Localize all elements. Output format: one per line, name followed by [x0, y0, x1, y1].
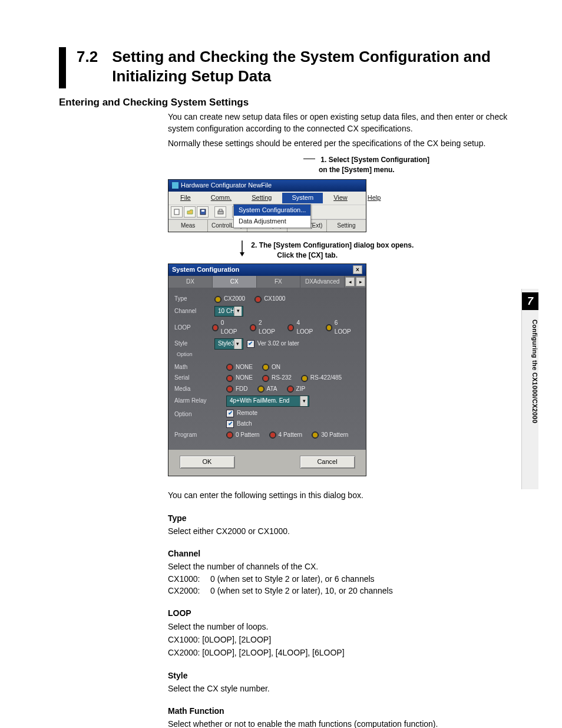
radio-math-on[interactable]: ON [262, 363, 280, 372]
lbl-serial: Serial [174, 374, 211, 383]
lbl-loop: LOOP [174, 324, 209, 332]
tb-print-icon[interactable] [214, 206, 226, 218]
dlg-tab-fx[interactable]: FX [257, 276, 301, 288]
cancel-button[interactable]: Cancel [300, 456, 355, 469]
chk-batch[interactable]: ✔Batch [226, 420, 257, 429]
heading-channel: Channel [168, 548, 521, 559]
dialog-titlebar: System Configuration × [168, 264, 366, 276]
text-math: Select whether or not to enable the math… [168, 718, 521, 728]
select-alarm-relay[interactable]: 4p+With FailMem. End [226, 396, 309, 407]
lbl-math: Math [174, 363, 211, 372]
tab-meas[interactable]: Meas [168, 220, 208, 232]
tb-save-icon[interactable] [197, 206, 209, 218]
intro-p1: You can create new setup data files or o… [168, 111, 521, 135]
radio-cx1000[interactable]: CX1000 [254, 295, 285, 304]
app-icon [172, 182, 178, 189]
menu-help[interactable]: Help [358, 193, 391, 203]
menu-file[interactable]: File [171, 193, 200, 203]
select-style[interactable]: Style3 [214, 338, 243, 350]
tb-new-icon[interactable] [171, 206, 183, 218]
lbl-channel: Channel [174, 307, 211, 316]
dropdown-system-configuration[interactable]: System Configuration... [234, 205, 310, 216]
system-dropdown: System Configuration... Data Adjustment [233, 204, 311, 229]
menu-view[interactable]: View [324, 193, 357, 203]
select-channel[interactable]: 10 CH [214, 306, 243, 317]
radio-serial-none[interactable]: NONE [226, 374, 253, 383]
lbl-media: Media [174, 385, 211, 394]
dialog-title-text: System Configuration [172, 265, 239, 275]
app-window: Hardware Configurator NewFile File Comm.… [168, 179, 366, 232]
radio-6loop[interactable]: 6 LOOP [326, 319, 354, 336]
subsection-heading: Entering and Checking System Settings [59, 97, 521, 108]
app-title: Hardware Configurator NewFile [181, 181, 272, 190]
lbl-style-option: Option [174, 351, 213, 358]
svg-marker-1 [187, 210, 193, 214]
dlg-tab-cx[interactable]: CX [213, 276, 257, 288]
dialog-tabs: DX CX FX DXAdvanced ◂ ▸ [168, 276, 366, 288]
channel-cx2000-val: 0 (when set to Style 2 or later), 10, or… [210, 585, 393, 597]
radio-0loop[interactable]: 0 LOOP [212, 319, 240, 336]
tab-setting[interactable]: Setting [327, 220, 366, 232]
chapter-number: 7 [522, 292, 538, 310]
callout-tick-icon [303, 159, 315, 159]
radio-program-4[interactable]: 4 Pattern [269, 431, 303, 440]
radio-program-0[interactable]: 0 Pattern [226, 431, 260, 440]
app-menubar: File Comm. Setting System View Help [168, 192, 366, 205]
callout-1: 1. Select [System Configuration] on the … [303, 155, 521, 176]
lbl-type: Type [174, 295, 211, 304]
channel-cx2000-key: CX2000: [168, 585, 210, 597]
heading-type: Type [168, 512, 521, 524]
radio-program-30[interactable]: 30 Pattern [312, 431, 348, 440]
tab-next-icon[interactable]: ▸ [356, 277, 365, 286]
svg-marker-9 [240, 252, 244, 256]
callout-1-line2: on the [System] menu. [319, 166, 395, 174]
section-number: 7.2 [77, 47, 98, 67]
callout-2-line1: 2. The [System Configuration] dialog box… [251, 241, 414, 249]
text-style: Select the CX style number. [168, 683, 521, 694]
dialog-button-bar: OK Cancel [168, 450, 366, 476]
intro-p2: Normally these settings should be entere… [168, 137, 521, 149]
radio-media-zip[interactable]: ZIP [287, 385, 306, 394]
svg-rect-3 [201, 210, 204, 212]
radio-media-ata[interactable]: ATA [257, 385, 277, 394]
channel-cx1000-key: CX1000: [168, 573, 210, 585]
after-dialog-text: You can enter the following settings in … [168, 489, 521, 501]
heading-loop: LOOP [168, 607, 521, 619]
radio-math-none[interactable]: NONE [226, 363, 253, 372]
system-configuration-dialog: System Configuration × DX CX FX DXAdvanc… [168, 263, 366, 476]
app-titlebar: Hardware Configurator NewFile [168, 180, 366, 192]
radio-cx2000[interactable]: CX2000 [214, 295, 245, 304]
lbl-program: Program [174, 431, 211, 440]
dlg-tab-dxadvanced[interactable]: DXAdvanced [300, 276, 345, 288]
tab-prev-icon[interactable]: ◂ [345, 277, 355, 286]
callout-1-line1: 1. Select [System Configuration] [320, 156, 429, 164]
tb-open-icon[interactable] [184, 206, 196, 218]
radio-2loop[interactable]: 2 LOOP [250, 319, 278, 336]
lbl-alarm-relay: Alarm Relay [174, 397, 211, 406]
svg-rect-5 [219, 209, 222, 211]
menu-setting[interactable]: Setting [242, 193, 281, 203]
radio-serial-rs422[interactable]: RS-422/485 [301, 374, 342, 383]
text-channel: Select the number of channels of the CX. [168, 561, 521, 572]
radio-serial-rs232[interactable]: RS-232 [262, 374, 292, 383]
dlg-tab-dx[interactable]: DX [168, 276, 213, 288]
menu-system[interactable]: System [282, 193, 323, 203]
heading-math: Math Function [168, 705, 521, 717]
chapter-label: Configuring the CX1000/CX2000 [522, 317, 538, 423]
app-toolbar: System Configuration... Data Adjustment [168, 205, 366, 219]
section-title: Setting and Checking the System Configur… [112, 47, 521, 85]
radio-media-fdd[interactable]: FDD [226, 385, 248, 394]
radio-4loop[interactable]: 4 LOOP [287, 319, 316, 336]
down-arrow-icon [239, 241, 246, 257]
dropdown-data-adjustment[interactable]: Data Adjustment [234, 216, 310, 228]
loop-cx2000: CX2000: [0LOOP], [2LOOP], [4LOOP], [6LOO… [168, 647, 521, 658]
close-icon[interactable]: × [353, 265, 362, 274]
ok-button[interactable]: OK [180, 456, 235, 469]
chk-remote[interactable]: ✔Remote [226, 409, 257, 418]
section-marker [59, 47, 66, 88]
lbl-style: Style [174, 340, 211, 348]
callout-2: 2. The [System Configuration] dialog box… [239, 241, 521, 261]
lbl-option: Option [174, 409, 211, 419]
menu-comm[interactable]: Comm. [201, 193, 241, 203]
chk-version[interactable]: ✔Ver 3.02 or later [247, 340, 299, 348]
